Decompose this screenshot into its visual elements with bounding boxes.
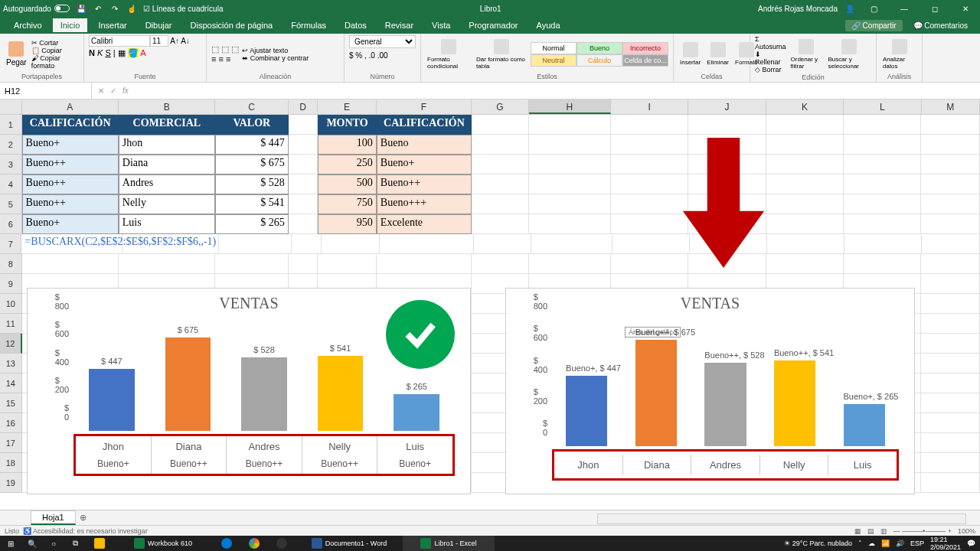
cell-D7[interactable]: [292, 234, 321, 254]
bold-button[interactable]: N: [89, 48, 95, 57]
row-head-12[interactable]: 12: [0, 334, 22, 354]
cell-L3[interactable]: [844, 155, 921, 174]
wifi-icon[interactable]: 📶: [881, 540, 890, 547]
cell-G8[interactable]: [472, 254, 529, 274]
sound-icon[interactable]: 🔊: [896, 540, 904, 547]
minimize-button[interactable]: —: [893, 5, 916, 13]
grow-font-icon[interactable]: A↑: [170, 37, 179, 45]
cell-L2[interactable]: [844, 135, 921, 155]
menu-inicio[interactable]: Inicio: [53, 18, 88, 32]
cell-I4[interactable]: [611, 174, 688, 194]
menu-insertar[interactable]: Insertar: [90, 18, 134, 32]
cell-M14[interactable]: [921, 373, 980, 393]
autosum-button[interactable]: Σ Autosuma: [755, 35, 786, 51]
cell-M2[interactable]: [921, 135, 980, 155]
cell-G6[interactable]: [472, 214, 529, 234]
align-top-icon[interactable]: ⬚: [211, 44, 219, 54]
cell-G2[interactable]: [472, 135, 529, 155]
cell-M11[interactable]: [921, 314, 980, 334]
cell-L1[interactable]: [844, 115, 921, 135]
style-calculo[interactable]: Cálculo: [577, 54, 622, 67]
find-select-button[interactable]: Buscar y seleccionar: [827, 37, 871, 71]
clock[interactable]: 19:212/09/2021: [930, 536, 961, 551]
menu-datos[interactable]: Datos: [337, 18, 374, 32]
number-format-select[interactable]: General: [349, 35, 416, 48]
cell-I3[interactable]: [611, 155, 688, 174]
cell-F3[interactable]: Bueno+: [377, 155, 472, 174]
cell-K2[interactable]: [766, 135, 844, 155]
cell-G5[interactable]: [472, 194, 529, 214]
cell-L7[interactable]: [844, 234, 922, 254]
col-head-C[interactable]: C: [215, 99, 289, 114]
cell-I7[interactable]: [612, 234, 690, 254]
align-right-icon[interactable]: ≡: [226, 54, 230, 64]
style-normal[interactable]: Normal: [531, 42, 577, 54]
col-head-A[interactable]: A: [22, 99, 119, 114]
cell-E4[interactable]: 500: [318, 174, 377, 194]
col-head-I[interactable]: I: [611, 99, 688, 114]
cell-F2[interactable]: Bueno: [377, 135, 472, 155]
cell-C1[interactable]: VALOR: [215, 115, 289, 135]
cell-C2[interactable]: $ 447: [215, 135, 289, 155]
menu-programador[interactable]: Programador: [461, 18, 525, 32]
menu-archivo[interactable]: Archivo: [6, 18, 50, 32]
row-head-11[interactable]: 11: [0, 314, 22, 334]
font-select[interactable]: [89, 35, 150, 47]
save-icon[interactable]: 💾: [76, 3, 87, 14]
row-head-5[interactable]: 5: [0, 194, 22, 214]
row-head-14[interactable]: 14: [0, 373, 22, 393]
cell-H6[interactable]: [529, 214, 611, 234]
enter-icon[interactable]: ✓: [110, 86, 116, 95]
cell-I1[interactable]: [611, 115, 688, 135]
name-box[interactable]: H12: [0, 83, 92, 99]
shrink-font-icon[interactable]: A↓: [181, 37, 190, 45]
align-mid-icon[interactable]: ⬚: [221, 44, 229, 54]
cell-L8[interactable]: [844, 254, 921, 274]
cell-K6[interactable]: [766, 214, 844, 234]
excel-workbook-icon[interactable]: Workbook 610: [113, 536, 213, 551]
cell-M7[interactable]: [922, 234, 980, 254]
cell-A2[interactable]: Bueno+: [22, 135, 119, 155]
cell-D6[interactable]: [289, 214, 318, 234]
menu-formulas[interactable]: Fórmulas: [283, 18, 334, 32]
cell-H8[interactable]: [529, 254, 611, 274]
cell-K8[interactable]: [766, 254, 844, 274]
user-avatar-icon[interactable]: 👤: [845, 5, 854, 13]
share-button[interactable]: 🔗 Compartir: [845, 20, 903, 31]
cell-B8[interactable]: [119, 254, 215, 274]
row-head-3[interactable]: 3: [0, 155, 22, 174]
cell-B2[interactable]: Jhon: [119, 135, 215, 155]
cell-L6[interactable]: [844, 214, 921, 234]
notifications-icon[interactable]: 💬: [967, 540, 975, 547]
delete-cells-button[interactable]: Eliminar: [705, 41, 730, 67]
cortana-icon[interactable]: ○: [43, 536, 64, 551]
menu-vista[interactable]: Vista: [424, 18, 458, 32]
cell-A3[interactable]: Bueno++: [22, 155, 119, 174]
comments-button[interactable]: 💬 Comentarios: [907, 20, 974, 31]
cell-B6[interactable]: Luis: [119, 214, 215, 234]
cell-C6[interactable]: $ 265: [215, 214, 289, 234]
col-head-M[interactable]: M: [922, 99, 981, 114]
menu-disposicion[interactable]: Disposición de página: [183, 18, 281, 32]
style-incorrecto[interactable]: Incorrecto: [622, 42, 668, 54]
cell-M12[interactable]: [921, 334, 980, 354]
insert-cells-button[interactable]: Insertar: [678, 41, 702, 67]
row-head-10[interactable]: 10: [0, 294, 22, 314]
cell-M9[interactable]: [921, 274, 980, 294]
cell-E6[interactable]: 950: [318, 214, 377, 234]
row-head-1[interactable]: 1: [0, 115, 22, 135]
select-all-corner[interactable]: [0, 99, 22, 114]
cell-M3[interactable]: [921, 155, 980, 174]
cell-F5[interactable]: Bueno+++: [377, 194, 472, 214]
fill-color-button[interactable]: 🪣: [128, 48, 139, 57]
cell-B5[interactable]: Nelly: [119, 194, 215, 214]
explorer-icon[interactable]: [86, 536, 113, 551]
ribbon-options-icon[interactable]: ▢: [862, 5, 885, 13]
cell-C3[interactable]: $ 675: [215, 155, 289, 174]
add-sheet-button[interactable]: ⊕: [76, 513, 91, 523]
edge-icon[interactable]: [213, 536, 240, 551]
conditional-format-button[interactable]: Formato condicional: [426, 37, 472, 71]
fontsize-select[interactable]: [150, 35, 168, 47]
cell-I5[interactable]: [611, 194, 688, 214]
word-app-icon[interactable]: Documento1 - Word: [296, 536, 403, 551]
